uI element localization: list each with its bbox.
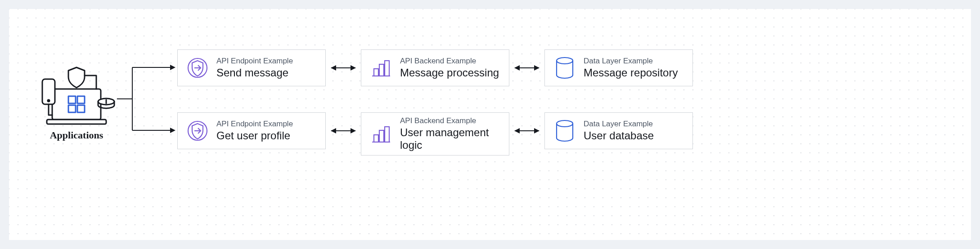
node-title: Message processing <box>400 67 499 79</box>
applications-cluster: Applications <box>36 63 117 141</box>
svg-point-7 <box>48 100 49 102</box>
devices-icon <box>36 63 117 126</box>
svg-rect-20 <box>385 127 389 142</box>
backend-icon <box>370 57 392 79</box>
svg-rect-1 <box>47 120 106 124</box>
bidirectional-arrow <box>331 67 355 68</box>
node-data-message-repository: Data Layer Example Message repository <box>544 49 693 86</box>
node-title: Send message <box>216 67 293 79</box>
node-data-user-database: Data Layer Example User database <box>544 112 693 149</box>
svg-rect-14 <box>385 61 389 76</box>
svg-rect-13 <box>379 64 384 76</box>
node-endpoint-get-user-profile: API Endpoint Example Get user profile <box>177 112 326 149</box>
applications-label: Applications <box>36 129 117 141</box>
svg-rect-0 <box>52 89 101 120</box>
svg-rect-12 <box>374 69 378 76</box>
node-title: Message repository <box>584 67 678 79</box>
node-subtitle: API Backend Example <box>400 116 500 125</box>
svg-point-15 <box>557 58 573 64</box>
node-subtitle: API Endpoint Example <box>216 120 293 129</box>
node-title: Get user profile <box>216 129 293 142</box>
architecture-diagram: Applications API Endpoint Example <box>9 9 971 240</box>
branch-connector <box>117 54 175 148</box>
arrow-tip <box>170 128 175 133</box>
node-title: User database <box>584 129 654 142</box>
node-backend-message-processing: API Backend Example Message processing <box>361 49 509 86</box>
backend-icon <box>370 123 392 145</box>
node-subtitle: API Backend Example <box>400 57 499 66</box>
endpoint-icon <box>187 57 208 79</box>
svg-point-21 <box>557 120 573 127</box>
svg-rect-19 <box>379 130 384 142</box>
node-subtitle: Data Layer Example <box>584 57 678 66</box>
node-title: User management logic <box>400 126 500 151</box>
node-endpoint-send-message: API Endpoint Example Send message <box>177 49 326 86</box>
bidirectional-arrow <box>331 130 355 131</box>
database-icon <box>554 120 575 142</box>
bidirectional-arrow <box>515 130 539 131</box>
database-icon <box>554 57 575 79</box>
bidirectional-arrow <box>515 67 539 68</box>
arrow-tip <box>170 65 175 70</box>
node-subtitle: Data Layer Example <box>584 120 654 129</box>
svg-rect-18 <box>374 135 378 142</box>
node-backend-user-management: API Backend Example User management logi… <box>361 112 509 156</box>
node-subtitle: API Endpoint Example <box>216 57 293 66</box>
endpoint-icon <box>187 120 208 142</box>
